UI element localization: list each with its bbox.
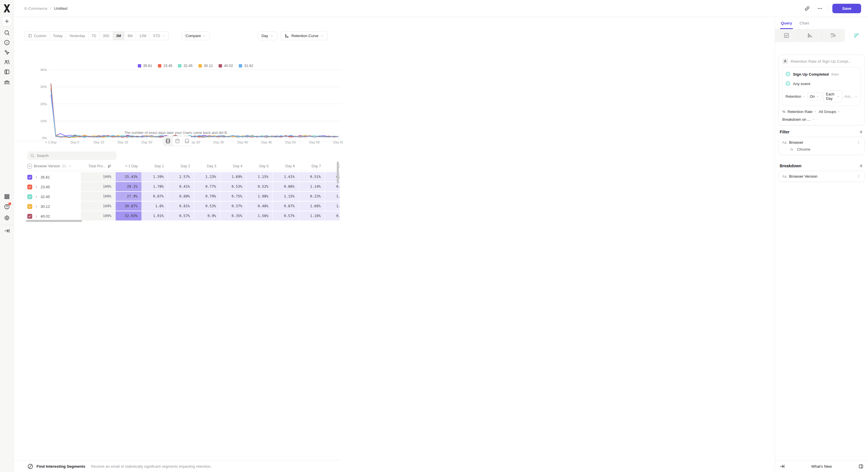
retention-cell[interactable]: 0.86%	[273, 182, 299, 192]
legend-item[interactable]: 30.12	[198, 64, 213, 68]
range-button-12m[interactable]: 12M	[136, 32, 149, 40]
range-button-yesterday[interactable]: Yesterday	[66, 32, 88, 40]
help-button[interactable]	[4, 204, 10, 210]
retention-cell[interactable]: 0.57%	[325, 211, 340, 221]
retention-cell[interactable]: 2.57%	[168, 172, 194, 182]
retention-cell[interactable]: 1.23%	[194, 172, 220, 182]
row-checkbox[interactable]	[27, 214, 32, 219]
breadcrumb-report-title[interactable]: Untitled	[54, 6, 67, 11]
table-row[interactable]: 32.45100%27.9%0.87%0.89%0.79%0.75%1.98%1…	[25, 192, 340, 202]
retention-cell[interactable]: 0.48%	[325, 182, 340, 192]
retention-cell[interactable]: 1.41%	[273, 172, 299, 182]
retention-cell[interactable]: 0.89%	[168, 192, 194, 202]
retention-cell[interactable]: 0.53%	[220, 182, 246, 192]
table-row[interactable]: 35.61100%25.43%1.39%2.57%1.23%1.69%1.15%…	[25, 172, 340, 182]
retention-cell[interactable]: 1.16%	[299, 211, 325, 221]
range-button-today[interactable]: Today	[50, 32, 66, 40]
range-button-7d[interactable]: 7D	[88, 32, 99, 40]
legend-item[interactable]: 31.62	[239, 64, 253, 68]
range-button-3m[interactable]: 3M	[113, 32, 124, 40]
retention-cell[interactable]: 0.57%	[168, 211, 194, 221]
granularity-dropdown[interactable]: Day	[258, 31, 277, 40]
cohorts-icon[interactable]	[4, 79, 10, 86]
compass-explore-icon[interactable]	[4, 39, 10, 46]
range-button-xtd[interactable]: XTD	[150, 32, 168, 40]
retention-cell[interactable]: 0.77%	[194, 182, 220, 192]
retention-cell[interactable]: 0.41%	[168, 182, 194, 192]
retention-cell[interactable]: 1.66%	[299, 202, 325, 211]
search-icon[interactable]	[4, 30, 10, 36]
range-button-6m[interactable]: 6M	[124, 32, 136, 40]
retention-cell[interactable]: 0.87%	[273, 202, 299, 211]
search-input[interactable]	[37, 154, 114, 158]
retention-cell[interactable]: 1.14%	[299, 182, 325, 192]
legend-item[interactable]: 40.02	[219, 64, 233, 68]
retention-cell[interactable]: 0.52%	[246, 182, 273, 192]
day-column-header[interactable]: Day 2	[168, 162, 194, 171]
range-button-30d[interactable]: 30D	[99, 32, 113, 40]
day-column-header[interactable]: < 1 Day	[116, 162, 142, 171]
retention-cell[interactable]: 0.37%	[220, 202, 246, 211]
legend-item[interactable]: 23.45	[158, 64, 172, 68]
retention-cell[interactable]: 0.35%	[220, 211, 246, 221]
retention-cell[interactable]: 0.79%	[194, 192, 220, 202]
retention-cell[interactable]: 1.6%	[142, 202, 168, 211]
apps-grid-icon[interactable]	[4, 194, 10, 200]
day-column-header[interactable]: Day 7	[299, 162, 325, 171]
day-column-header[interactable]: Day 4	[220, 162, 246, 171]
settings-gear-icon[interactable]	[4, 215, 10, 221]
boards-icon[interactable]	[4, 69, 10, 75]
events-cursor-icon[interactable]	[4, 49, 10, 56]
retention-cell[interactable]: 1.05%	[325, 192, 340, 202]
table-row[interactable]: 30.12100%30.87%1.6%0.81%0.53%0.37%0.48%0…	[25, 202, 340, 211]
day-column-header[interactable]: Day 3	[194, 162, 220, 171]
users-icon[interactable]	[4, 59, 10, 65]
retention-cell[interactable]: 25.43%	[116, 172, 142, 182]
retention-cell[interactable]: 1.01%	[142, 211, 168, 221]
compare-button[interactable]: Compare	[182, 31, 210, 40]
retention-cell[interactable]: 32.03%	[116, 211, 142, 221]
split-view-button[interactable]	[163, 136, 173, 146]
chart-type-dropdown[interactable]: Retention Curve	[281, 31, 328, 40]
legend-item[interactable]: 32.45	[178, 64, 192, 68]
row-checkbox[interactable]	[27, 184, 32, 190]
retention-cell[interactable]: 0.75%	[220, 192, 246, 202]
group-column-header[interactable]: Browser Version21	[25, 162, 81, 171]
retention-cell[interactable]: 0.81%	[168, 202, 194, 211]
retention-cell[interactable]: 1.56%	[246, 211, 273, 221]
total-column-header[interactable]: Total Pro...	[81, 162, 116, 171]
legend-item[interactable]: 35.61	[138, 64, 152, 68]
retention-cell[interactable]: 1.78%	[142, 182, 168, 192]
table-only-view-button[interactable]	[182, 136, 191, 146]
retention-cell[interactable]: 0.53%	[194, 202, 220, 211]
retention-cell[interactable]: 30.87%	[116, 202, 142, 211]
retention-cell[interactable]: 1.39%	[142, 172, 168, 182]
table-row[interactable]: 23.45100%29.1%1.78%0.41%0.77%0.53%0.52%0…	[25, 182, 340, 192]
row-checkbox[interactable]	[27, 194, 32, 199]
select-all-checkbox[interactable]	[27, 164, 32, 168]
retention-cell[interactable]: 29.1%	[116, 182, 142, 192]
retention-cell[interactable]: 1.69%	[220, 172, 246, 182]
retention-cell[interactable]: 0.48%	[246, 202, 273, 211]
day-column-header[interactable]: Day 5	[246, 162, 273, 171]
retention-cell[interactable]: 1.15%	[246, 172, 273, 182]
expand-sidebar-icon[interactable]	[4, 228, 10, 234]
day-column-header[interactable]: Day 1	[142, 162, 168, 171]
retention-cell[interactable]: 1.98%	[246, 192, 273, 202]
retention-cell[interactable]: 0.87%	[142, 192, 168, 202]
retention-cell[interactable]: 0.23%	[299, 192, 325, 202]
range-button-custom[interactable]: Custom	[25, 32, 50, 40]
create-new-button[interactable]	[2, 16, 12, 26]
day-column-header[interactable]: Day 6	[273, 162, 299, 171]
mixpanel-logo-icon[interactable]	[3, 4, 11, 13]
retention-cell[interactable]: 0.51%	[299, 172, 325, 182]
retention-cell[interactable]: 1.15%	[273, 192, 299, 202]
horizontal-scrollbar[interactable]	[26, 220, 82, 222]
breadcrumb-project[interactable]: E-Commerce	[25, 6, 48, 11]
retention-cell[interactable]: 0.57%	[273, 211, 299, 221]
retention-cell[interactable]: 27.9%	[116, 192, 142, 202]
chart-only-view-button[interactable]	[173, 136, 182, 146]
retention-cell[interactable]: 0.9%	[194, 211, 220, 221]
retention-cell[interactable]: 1.12%	[325, 202, 340, 211]
row-checkbox[interactable]	[27, 175, 32, 180]
